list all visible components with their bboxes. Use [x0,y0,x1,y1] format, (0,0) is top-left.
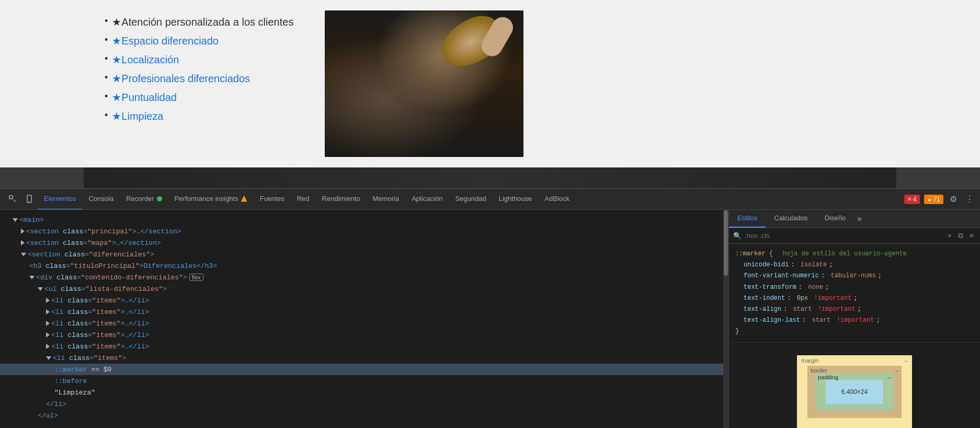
list-text-1: ★Atención personalizada a los clientes [112,16,293,28]
tab-aplicacion[interactable]: Aplicación [405,189,449,210]
html-line-before[interactable]: ::before [0,375,728,387]
html-line-li-3[interactable]: <li class="items">…</li> [0,318,728,329]
styles-filter-bar: 🔍 + ⧉ ≡ [729,228,980,244]
performance-warning-icon [241,196,247,202]
css-comment-text: hoja de estilo del usuario-agente [775,249,907,259]
html-line-div-contenido[interactable]: <div class="contenido-diferenciales"> fl… [0,272,728,283]
html-panel-scroll-thumb[interactable] [724,210,728,276]
style-tab-calculados[interactable]: Calculados [766,210,816,228]
filter-add-icon[interactable]: + [945,230,954,241]
html-line-li-limpieza[interactable]: <li class="items"> [0,352,728,364]
list-link-4[interactable]: ★Profesionales diferenciados [112,72,250,85]
collapse-icon[interactable] [21,229,25,234]
expand-icon-ul[interactable] [38,287,43,291]
bottom-preview-strip [84,167,896,188]
expand-li-limpieza[interactable] [46,356,51,360]
flex-badge[interactable]: flex [189,274,203,281]
devtools-inspector-icon[interactable] [4,189,21,210]
tab-elementos[interactable]: Elementos [38,189,82,210]
warning-count-badge[interactable]: ▲ 71 [924,195,943,204]
css-closing-brace: } [735,326,974,336]
more-options-icon[interactable]: ⋮ [963,192,976,206]
list-item-4: • ★Profesionales diferenciados [105,72,293,85]
recorder-icon [157,196,162,201]
expand-icon-diferenciales[interactable] [21,253,26,256]
tag-name-main: main [24,216,40,224]
html-line-marker[interactable]: ::marker == $0 [0,364,728,375]
list-item-2: • ★Espacio diferenciado [105,35,293,47]
tab-performance[interactable]: Performance insights [168,189,254,210]
html-line-section-diferenciales[interactable]: <section class="diferenciales"> [0,249,728,260]
css-selector-line: ::marker { hoja de estilo del usuario-ag… [735,249,974,259]
expand-icon-main[interactable] [13,218,18,222]
webpage-barber-image [325,10,523,157]
border-value: – [895,367,898,374]
css-prop-text-align-last: text-align-last: start !important; [735,316,974,325]
tab-seguridad[interactable]: Seguridad [449,189,492,210]
svg-line-1 [14,200,16,202]
css-rule-marker: ::marker { hoja de estilo del usuario-ag… [729,244,980,343]
css-prop-unicode-bidi: unicode-bidi: isolate; [735,260,974,270]
styles-filter-input[interactable] [745,232,942,240]
devtools-tabs-bar: Elementos Consola Recorder Performance i… [0,189,980,210]
tab-memoria[interactable]: Memoria [367,189,406,210]
box-model-diagram: margin – border – padding – 6.400×24 [797,355,912,429]
devtools-panel: Elementos Consola Recorder Performance i… [0,188,980,428]
filter-more-icon[interactable]: ≡ [967,230,976,241]
collapse-li-4[interactable] [46,332,50,337]
filter-copy-icon[interactable]: ⧉ [956,230,965,241]
html-panel-scrollbar[interactable] [723,210,728,428]
html-line-ul[interactable]: <ul class="lista-difenciales"> [0,283,728,295]
margin-value: – [905,357,908,364]
padding-value: – [888,374,891,380]
collapse-li-3[interactable] [46,321,50,326]
html-line-limpieza-text[interactable]: "Limpieza" [0,387,728,398]
collapse-icon-mapa[interactable] [21,240,25,245]
error-count-badge[interactable]: ✕ 4 [904,195,920,204]
html-line-main[interactable]: <main> [0,214,728,226]
list-link-5[interactable]: ★Puntualidad [112,91,177,104]
css-selector-text: ::marker { [735,249,773,259]
box-model-border: border – padding – 6.400×24 [807,366,902,418]
error-x-icon: ✕ [907,196,911,202]
html-line-h3[interactable]: <h3 class="tituloPrincipal">Diferenciale… [0,260,728,272]
collapse-li-1[interactable] [46,298,50,303]
style-tab-estilos[interactable]: Estilos [729,210,766,228]
tab-lighthouse[interactable]: Lighthouse [493,189,539,210]
styles-tabs-bar: Estilos Calculados Diseño » [729,210,980,228]
html-line-close-li[interactable]: </li> [0,398,728,410]
tag-name: section [30,228,59,235]
collapse-li-5[interactable] [46,344,50,349]
list-link-3[interactable]: ★Localización [112,53,179,66]
html-line-li-1[interactable]: <li class="items">…</li> [0,295,728,306]
filter-icon: 🔍 [733,232,742,240]
collapse-li-2[interactable] [46,309,50,314]
bullet-2: • [105,35,108,46]
devtools-mobile-icon[interactable] [21,189,38,210]
bullet-1: • [105,16,108,27]
expand-icon-div[interactable] [29,276,35,279]
style-tab-diseno[interactable]: Diseño [816,210,854,228]
html-line-section-mapa[interactable]: <section class="mapa">…</section> [0,237,728,249]
bullet-4: • [105,72,108,83]
tab-fuentes[interactable]: Fuentes [254,189,291,210]
box-model-area: margin – border – padding – 6.400×24 [729,343,980,429]
styles-tabs-more-icon[interactable]: » [854,210,865,228]
settings-icon[interactable]: ⚙ [948,192,959,206]
css-prop-text-transform: text-transform: none; [735,283,974,292]
list-item-3: • ★Localización [105,53,293,66]
tab-consola[interactable]: Consola [82,189,120,210]
tab-rendimiento[interactable]: Rendimiento [316,189,367,210]
html-line-li-4[interactable]: <li class="items">…</li> [0,329,728,341]
tab-adblock[interactable]: AdBlock [538,189,576,210]
html-line-li-5[interactable]: <li class="items">…</li> [0,341,728,352]
tab-red[interactable]: Red [291,189,316,210]
tab-recorder[interactable]: Recorder [120,189,168,210]
bullet-3: • [105,53,108,64]
list-link-6[interactable]: ★Limpieza [112,110,163,122]
list-link-2[interactable]: ★Espacio diferenciado [112,35,219,47]
html-line-close-ul[interactable]: </ul> [0,410,728,421]
css-prop-text-indent: text-indent: 0px !important; [735,294,974,303]
html-line-li-2[interactable]: <li class="items">…</li> [0,306,728,318]
html-line-section-principal[interactable]: <section class="principal">…</section> [0,226,728,237]
